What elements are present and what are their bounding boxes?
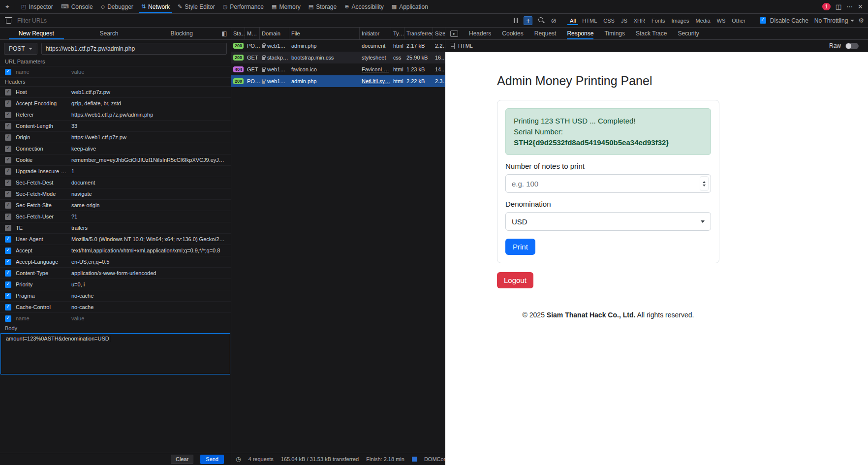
column-header[interactable]: Ty… [391,28,404,39]
column-header[interactable]: M… [245,28,260,39]
header-checkbox[interactable] [5,134,11,141]
number-spinner[interactable] [700,176,709,191]
filter-type-button[interactable]: XHR [631,16,648,25]
details-tab[interactable]: Security [678,28,699,39]
details-tab[interactable]: Cookies [502,28,523,39]
logout-button[interactable]: Logout [497,272,533,288]
header-name[interactable]: Sec-Fetch-User [16,214,71,219]
url-param-row[interactable]: name value [0,66,231,78]
header-row[interactable]: Referer https://web1.ctf.p7z.pw/admin.ph… [0,109,231,121]
filter-type-button[interactable]: Other [729,16,748,25]
header-value[interactable]: 1 [71,168,226,174]
devtools-tab[interactable]: ⇅ Network [137,0,174,13]
editor-tab[interactable]: Blocking [145,28,218,39]
header-checkbox[interactable] [5,180,11,186]
column-header[interactable]: Initiator [360,28,391,39]
filter-type-button[interactable]: JS [619,16,630,25]
header-row[interactable]: Host web1.ctf.p7z.pw [0,87,231,98]
header-row[interactable]: Sec-Fetch-Site same-origin [0,200,231,211]
details-tab[interactable]: Headers [469,28,491,39]
column-header[interactable]: Transferred [404,28,433,39]
error-count-badge[interactable]: 1 [822,3,831,10]
header-row[interactable]: User-Agent Mozilla/5.0 (Windows NT 10.0;… [0,234,231,245]
element-picker-icon[interactable]: ⌖ [2,3,13,11]
header-name[interactable]: Sec-Fetch-Mode [16,191,71,197]
header-checkbox[interactable] [5,259,11,265]
url-input[interactable] [41,43,227,55]
header-value[interactable]: keep-alive [71,146,226,152]
header-row[interactable]: Priority u=0, i [0,279,231,290]
column-header[interactable]: Domain [260,28,289,39]
request-body-textarea[interactable]: amount=123%0ASTH&denomination=USD [0,333,230,374]
header-row[interactable]: TE trailers [0,222,231,234]
header-row[interactable]: Sec-Fetch-Dest document [0,177,231,188]
header-value[interactable]: Mozilla/5.0 (Windows NT 10.0; Win64; x64… [71,236,226,242]
resend-icon[interactable]: ▸ [450,31,458,37]
disable-cache-checkbox[interactable] [760,17,766,24]
devtools-tab[interactable]: ▤ Storage [305,0,341,13]
devtools-tab[interactable]: ▩ Application [388,0,432,13]
header-name[interactable]: Content-Length [16,123,71,129]
header-checkbox[interactable] [5,214,11,220]
details-tab[interactable]: Request [534,28,557,39]
search-icon[interactable] [538,17,545,24]
details-tab[interactable]: Stack Trace [636,28,667,39]
header-row[interactable]: Connection keep-alive [0,143,231,155]
param-name-placeholder[interactable]: name [16,69,71,75]
header-checkbox[interactable] [5,123,11,129]
initiator-link[interactable]: stylesheet [362,55,386,61]
header-checkbox[interactable] [5,248,11,254]
settings-gear-icon[interactable]: ⚙ [858,17,864,24]
header-row[interactable]: Sec-Fetch-User ?1 [0,211,231,222]
header-row[interactable]: Pragma no-cache [0,290,231,302]
dock-side-icon[interactable]: ◫ [836,3,841,10]
block-request-icon[interactable]: ⊘ [551,17,557,24]
header-value[interactable]: https://web1.ctf.p7z.pw [71,134,226,140]
header-row[interactable]: Accept-Language en-US,en;q=0.5 [0,256,231,268]
filter-type-button[interactable]: CSS [601,16,617,25]
header-checkbox[interactable] [5,304,11,310]
header-checkbox[interactable] [5,100,11,107]
header-value[interactable]: text/html,application/xhtml+xml,applicat… [71,248,226,253]
header-name-placeholder[interactable]: name [16,315,71,321]
header-value[interactable]: application/x-www-form-urlencoded [71,270,226,276]
request-row[interactable]: 404 GET web1… favicon.ico FaviconL… html… [231,63,445,75]
devtools-tab[interactable]: ◷ Performance [219,0,268,13]
filter-type-button[interactable]: Media [693,16,713,25]
request-row[interactable]: 200 PO… web1… admin.php document html 2.… [231,40,445,52]
header-value[interactable]: en-US,en;q=0.5 [71,259,226,265]
header-value[interactable]: ?1 [71,214,226,219]
header-checkbox[interactable] [5,146,11,152]
header-checkbox[interactable] [5,89,11,95]
print-button[interactable]: Print [505,239,535,255]
pause-recording-icon[interactable] [514,18,518,23]
header-name[interactable]: Upgrade-Insecure-Re… [16,168,71,174]
header-row[interactable]: Origin https://web1.ctf.p7z.pw [0,132,231,143]
header-row[interactable]: Cookie remember_me=eyJhbGciOiJIUzI1NiIsI… [0,155,231,166]
header-name[interactable]: Cookie [16,157,71,163]
header-row[interactable]: Accept text/html,application/xhtml+xml,a… [0,245,231,256]
filter-type-button[interactable]: Fonts [649,16,668,25]
header-checkbox[interactable] [5,202,11,209]
close-icon[interactable]: ✕ [858,3,863,10]
new-request-icon[interactable]: + [524,16,532,25]
request-row[interactable]: 200 PO… web1… admin.php NetUtil.sy… html… [231,75,445,87]
header-row[interactable]: Sec-Fetch-Mode navigate [0,188,231,200]
param-value-placeholder[interactable]: value [71,69,226,75]
header-value-placeholder[interactable]: value [71,315,226,321]
header-name[interactable]: Accept-Encoding [16,100,71,106]
header-name[interactable]: Pragma [16,293,71,299]
header-value[interactable]: navigate [71,191,226,197]
header-value[interactable]: no-cache [71,304,226,310]
denomination-select[interactable]: USD [505,212,711,231]
header-name[interactable]: Connection [16,146,71,152]
column-header[interactable]: File [289,28,360,39]
column-header[interactable]: Size [433,28,445,39]
header-value[interactable]: gzip, deflate, br, zstd [71,100,226,106]
header-name[interactable]: Sec-Fetch-Dest [16,180,71,186]
clear-requests-icon[interactable] [6,17,11,24]
header-row[interactable]: Content-Length 33 [0,121,231,132]
devtools-tab[interactable]: ◇ Debugger [97,0,137,13]
request-row[interactable]: 200 GET stackp… bootstrap.min.css styles… [231,52,445,63]
header-checkbox[interactable] [5,157,11,163]
